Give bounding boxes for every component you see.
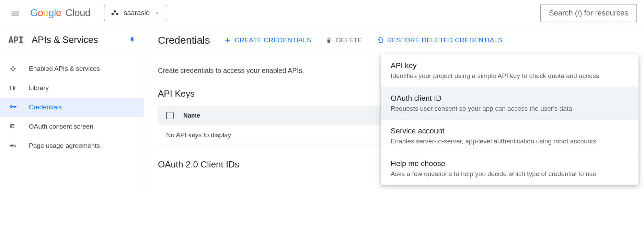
- sidebar-item-credentials[interactable]: Credentials: [0, 98, 144, 117]
- select-all-checkbox[interactable]: [166, 112, 174, 119]
- key-icon: [8, 102, 18, 112]
- sidebar-item-label: Enabled APIs & services: [29, 65, 100, 73]
- sidebar-item-oauth-consent[interactable]: OAuth consent screen: [0, 117, 144, 136]
- dropdown-item-api-key[interactable]: API key Identifies your project using a …: [381, 54, 639, 87]
- sidebar-item-library[interactable]: Library: [0, 78, 144, 98]
- column-name: Name: [183, 112, 200, 119]
- pin-icon[interactable]: [129, 37, 136, 44]
- dropdown-item-title: Service account: [391, 127, 629, 135]
- dropdown-item-service-account[interactable]: Service account Enables server-to-server…: [381, 120, 639, 152]
- sidebar-item-label: Page usage agreements: [29, 142, 100, 150]
- dropdown-item-desc: Requests user consent so your app can ac…: [391, 105, 629, 112]
- agreement-icon: [8, 141, 18, 151]
- restore-label: RESTORE DELETED CREDENTIALS: [387, 36, 503, 44]
- plus-icon: [224, 36, 231, 44]
- sidebar-header: API APIs & Services: [0, 26, 144, 54]
- search-input[interactable]: Search (/) for resources: [540, 4, 637, 22]
- dropdown-item-desc: Enables server-to-server, app-level auth…: [391, 138, 629, 145]
- project-hex-icon: [111, 9, 119, 17]
- dropdown-item-title: Help me choose: [391, 159, 629, 168]
- sidebar: API APIs & Services Enabled APIs & servi…: [0, 26, 144, 189]
- dropdown-item-help-me-choose[interactable]: Help me choose Asks a few questions to h…: [381, 152, 639, 185]
- project-name: saarasio: [124, 9, 150, 17]
- main: Credentials CREATE CREDENTIALS DELETE RE…: [144, 26, 644, 189]
- dropdown-item-title: API key: [391, 61, 629, 70]
- caret-down-icon: [154, 10, 160, 16]
- sidebar-title: APIs & Services: [32, 35, 129, 45]
- delete-label: DELETE: [336, 36, 363, 44]
- search-placeholder: Search (/) for resources: [549, 9, 628, 18]
- api-icon: API: [8, 35, 23, 45]
- project-picker[interactable]: saarasio: [104, 5, 167, 21]
- sidebar-item-label: Library: [29, 84, 49, 92]
- dropdown-item-desc: Identifies your project using a simple A…: [391, 72, 629, 80]
- sidebar-item-enabled-apis[interactable]: Enabled APIs & services: [0, 59, 144, 78]
- trash-icon: [325, 36, 333, 44]
- library-icon: [8, 83, 18, 93]
- restore-icon: [376, 36, 384, 44]
- restore-button[interactable]: RESTORE DELETED CREDENTIALS: [376, 36, 503, 44]
- consent-icon: [8, 122, 18, 131]
- create-credentials-label: CREATE CREDENTIALS: [235, 36, 311, 44]
- diamond-icon: [8, 64, 18, 74]
- page-title: Credentials: [158, 34, 210, 46]
- delete-button[interactable]: DELETE: [325, 36, 363, 44]
- dropdown-item-oauth-client-id[interactable]: OAuth client ID Requests user consent so…: [381, 87, 639, 120]
- sidebar-nav: Enabled APIs & services Library Credenti…: [0, 54, 144, 160]
- topbar: Google Cloud saarasio Search (/) for res…: [0, 0, 644, 26]
- main-header: Credentials CREATE CREDENTIALS DELETE RE…: [144, 26, 644, 54]
- dropdown-item-desc: Asks a few questions to help you decide …: [391, 170, 629, 178]
- hamburger-menu-button[interactable]: [7, 5, 23, 21]
- sidebar-item-label: OAuth consent screen: [29, 123, 93, 130]
- create-credentials-button[interactable]: CREATE CREDENTIALS: [224, 36, 311, 44]
- dropdown-item-title: OAuth client ID: [391, 94, 629, 103]
- menu-icon: [10, 8, 20, 18]
- sidebar-item-label: Credentials: [29, 103, 62, 111]
- google-cloud-logo[interactable]: Google Cloud: [30, 7, 90, 19]
- create-credentials-dropdown: API key Identifies your project using a …: [381, 54, 639, 185]
- sidebar-item-page-usage[interactable]: Page usage agreements: [0, 136, 144, 155]
